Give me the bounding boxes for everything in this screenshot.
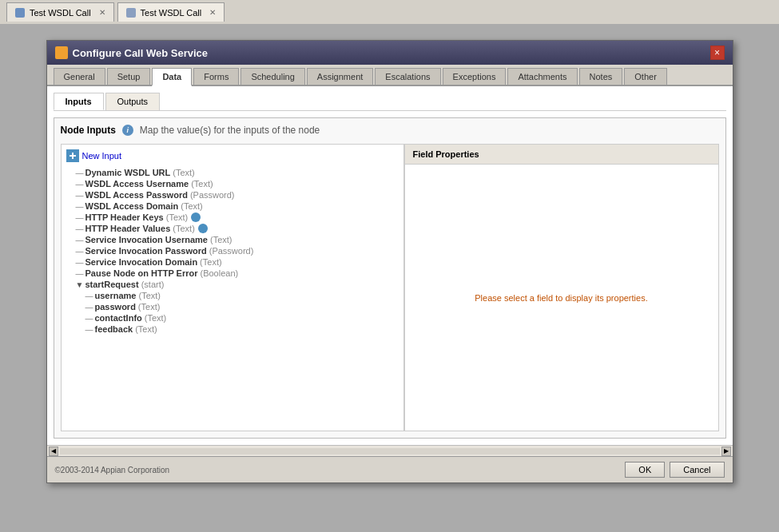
tab-exceptions[interactable]: Exceptions xyxy=(443,68,507,85)
dialog-content-area: Inputs Outputs Node Inputs i Map the val… xyxy=(47,86,733,445)
tab-setup[interactable]: Setup xyxy=(107,68,151,85)
tab-scheduling[interactable]: Scheduling xyxy=(240,68,304,85)
scroll-left-arrow[interactable]: ◀ xyxy=(49,447,58,456)
tree-item-0[interactable]: — Dynamic WSDL URL (Text) xyxy=(66,167,399,178)
tree-type-9: (Boolean) xyxy=(201,268,239,278)
tab-1[interactable]: Test WSDL Call ✕ xyxy=(6,2,114,22)
blue-dot-5 xyxy=(198,224,208,233)
tree-connector-9: — xyxy=(76,269,84,278)
tab-2[interactable]: Test WSDL Call ✕ xyxy=(117,2,225,22)
tab-assignment[interactable]: Assignment xyxy=(307,68,373,85)
tab-icon-1 xyxy=(15,8,25,18)
tab-other[interactable]: Other xyxy=(624,68,667,85)
tree-type-10: (start) xyxy=(141,280,165,289)
tab-2-label: Test WSDL Call xyxy=(141,8,202,18)
tree-type-3: (Text) xyxy=(181,201,203,211)
node-inputs-panel: Node Inputs i Map the value(s) for the i… xyxy=(54,117,726,439)
field-properties-pane: Field Properties Please select a field t… xyxy=(404,144,719,431)
scroll-track[interactable] xyxy=(60,448,720,455)
inner-tab-inputs[interactable]: Inputs xyxy=(54,93,104,110)
new-input-button[interactable]: New Input xyxy=(66,149,399,162)
tree-item-8[interactable]: — Service Invocation Domain (Text) xyxy=(66,256,399,268)
tree-item-10[interactable]: ▼ startRequest (start) xyxy=(66,279,399,290)
tree-label-3: WSDL Access Domain xyxy=(85,201,179,211)
tree-item-7[interactable]: — Service Invocation Password (Password) xyxy=(66,245,399,256)
tree-label-14: feedback xyxy=(95,324,133,334)
dialog-title: Configure Call Web Service xyxy=(73,47,209,59)
tree-label-10: startRequest xyxy=(85,280,138,289)
tree-connector-4: — xyxy=(76,213,84,222)
tree-connector-13: — xyxy=(85,314,93,323)
tree-item-2[interactable]: — WSDL Access Password (Password) xyxy=(66,189,399,200)
ok-button[interactable]: OK xyxy=(625,462,665,478)
tree-item-12[interactable]: — password (Text) xyxy=(66,301,399,312)
tree-item-14[interactable]: — feedback (Text) xyxy=(66,324,399,335)
copyright-text: ©2003-2014 Appian Corporation xyxy=(55,466,170,474)
tree-type-7: (Password) xyxy=(209,246,254,256)
tree-type-12: (Text) xyxy=(138,302,161,312)
tree-type-5: (Text) xyxy=(173,224,195,233)
tree-label-9: Pause Node on HTTP Error xyxy=(85,268,198,278)
tree-type-11: (Text) xyxy=(138,291,161,300)
tab-escalations[interactable]: Escalations xyxy=(375,68,440,85)
tree-type-6: (Text) xyxy=(210,235,233,244)
tab-data[interactable]: Data xyxy=(152,68,192,86)
tree-type-2: (Password) xyxy=(190,190,235,200)
inner-tab-outputs[interactable]: Outputs xyxy=(105,93,161,110)
panel-info-icon: i xyxy=(122,125,133,136)
scroll-right-arrow[interactable]: ▶ xyxy=(721,447,731,456)
tree-label-2: WSDL Access Password xyxy=(85,190,188,200)
tree-pane: New Input — Dynamic WSDL URL (Text) — WS… xyxy=(61,144,404,431)
tree-item-9[interactable]: — Pause Node on HTTP Error (Boolean) xyxy=(66,268,399,279)
tree-item-1[interactable]: — WSDL Access Username (Text) xyxy=(66,178,399,189)
tree-connector-5: — xyxy=(76,224,84,233)
panel-header-title: Node Inputs xyxy=(61,125,116,136)
browser-chrome: Test WSDL Call ✕ Test WSDL Call ✕ xyxy=(0,0,779,24)
tree-label-0: Dynamic WSDL URL xyxy=(85,168,171,177)
dialog-titlebar: Configure Call Web Service × xyxy=(47,41,733,65)
blue-dot-4 xyxy=(191,212,201,222)
panel-header: Node Inputs i Map the value(s) for the i… xyxy=(61,125,719,136)
tree-item-6[interactable]: — Service Invocation Username (Text) xyxy=(66,234,399,245)
tree-item-5[interactable]: — HTTP Header Values (Text) xyxy=(66,223,399,234)
tree-connector-11: — xyxy=(85,292,93,300)
tab-attachments[interactable]: Attachments xyxy=(507,68,577,85)
configure-dialog: Configure Call Web Service × General Set… xyxy=(46,40,733,483)
tree-item-4[interactable]: — HTTP Header Keys (Text) xyxy=(66,212,399,223)
tab-icon-2 xyxy=(126,8,136,18)
dialog-footer: ©2003-2014 Appian Corporation OK Cancel xyxy=(47,456,733,482)
horizontal-scrollbar[interactable]: ◀ ▶ xyxy=(47,445,733,456)
tree-connector-0: — xyxy=(76,169,84,177)
tree-type-0: (Text) xyxy=(173,168,195,177)
tree-label-6: Service Invocation Username xyxy=(85,235,208,244)
tab-general[interactable]: General xyxy=(54,68,105,85)
tree-item-11[interactable]: — username (Text) xyxy=(66,290,399,301)
tab-notes[interactable]: Notes xyxy=(579,68,623,85)
tab-2-close[interactable]: ✕ xyxy=(209,8,216,17)
tree-type-4: (Text) xyxy=(166,212,189,222)
tab-forms[interactable]: Forms xyxy=(193,68,239,85)
tree-type-8: (Text) xyxy=(200,257,222,267)
tree-item-3[interactable]: — WSDL Access Domain (Text) xyxy=(66,200,399,212)
tree-expand-10[interactable]: ▼ xyxy=(76,280,84,289)
tree-connector-6: — xyxy=(76,236,84,244)
tree-label-4: HTTP Header Keys xyxy=(85,212,164,222)
dialog-tabs-bar: General Setup Data Forms Scheduling Assi… xyxy=(47,65,733,86)
tree-label-1: WSDL Access Username xyxy=(85,179,189,189)
tree-connector-7: — xyxy=(76,247,84,256)
cancel-button[interactable]: Cancel xyxy=(670,462,724,478)
tab-1-close[interactable]: ✕ xyxy=(99,8,105,17)
new-input-icon xyxy=(66,149,79,162)
dialog-close-button[interactable]: × xyxy=(710,46,725,60)
tree-label-11: username xyxy=(95,291,137,300)
panel-body: New Input — Dynamic WSDL URL (Text) — WS… xyxy=(61,144,719,431)
tree-connector-3: — xyxy=(76,202,84,211)
tree-type-14: (Text) xyxy=(135,324,157,334)
tree-item-13[interactable]: — contactInfo (Text) xyxy=(66,312,399,324)
svg-rect-2 xyxy=(70,155,76,157)
tree-label-7: Service Invocation Password xyxy=(85,246,207,256)
tree-type-1: (Text) xyxy=(191,179,213,189)
dialog-title-icon xyxy=(55,46,68,59)
tree-label-13: contactInfo xyxy=(95,313,142,323)
tree-connector-1: — xyxy=(76,180,84,189)
